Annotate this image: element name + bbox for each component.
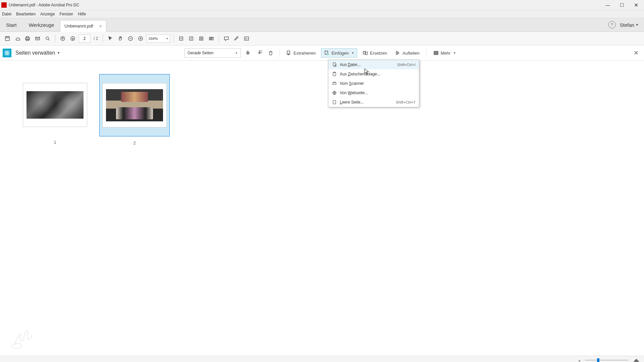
menu-fenster[interactable]: Fenster: [59, 12, 73, 16]
page-filter-select[interactable]: Gerade Seiten ▼: [184, 48, 241, 58]
insert-blank-page[interactable]: Leere Seite... Shift+Ctrl+T: [328, 98, 419, 107]
tab-tools[interactable]: Werkzeuge: [23, 18, 60, 32]
insert-from-clipboard[interactable]: Aus Zwischenablage...: [328, 69, 419, 79]
user-name: Stefan: [620, 22, 634, 28]
mode-title-dropdown[interactable]: Seiten verwalten ▼: [15, 50, 60, 56]
chevron-down-icon: ▼: [235, 52, 238, 55]
thumbnail-size-slider[interactable]: [585, 360, 629, 361]
menu-bar: Datei Bearbeiten Anzeige Fenster Hilfe: [0, 10, 644, 18]
zoom-in-icon[interactable]: [137, 35, 145, 43]
user-menu[interactable]: Stefan ▼: [620, 22, 639, 28]
svg-rect-4: [26, 39, 29, 41]
split-button[interactable]: Aufteilen: [392, 49, 422, 57]
menu-hilfe[interactable]: Hilfe: [78, 12, 86, 16]
dd-shortcut: Shift+Ctrl+T: [396, 100, 416, 104]
svg-rect-17: [7, 51, 9, 53]
separator: [103, 35, 103, 43]
dd-label: Von Webseite...: [340, 90, 413, 95]
tab-start[interactable]: Start: [0, 18, 23, 32]
organize-pages-toolbar: Seiten verwalten ▼ Gerade Seiten ▼ Extra…: [0, 46, 644, 61]
svg-rect-28: [434, 53, 438, 53]
page-thumbnail-1[interactable]: 1: [20, 74, 90, 145]
tab-document-label: Unbenannt.pdf: [64, 23, 93, 28]
svg-rect-16: [5, 51, 7, 53]
tab-bar: Start Werkzeuge Unbenannt.pdf × ? Stefan…: [0, 18, 644, 32]
signature-icon[interactable]: [243, 35, 251, 43]
rotate-right-icon[interactable]: [255, 49, 264, 57]
maximize-button[interactable]: ☐: [615, 1, 629, 9]
delete-icon[interactable]: [266, 49, 275, 57]
search-icon[interactable]: [44, 35, 52, 43]
slider-thumb[interactable]: [597, 358, 599, 362]
svg-rect-1: [6, 37, 8, 38]
prev-page-icon[interactable]: [59, 35, 67, 43]
mail-icon[interactable]: [34, 35, 42, 43]
dd-label: Leere Seite...: [340, 100, 393, 105]
svg-rect-19: [7, 53, 9, 55]
large-thumb-icon[interactable]: ◢◣: [633, 358, 639, 362]
split-label: Aufteilen: [402, 51, 420, 56]
insert-button[interactable]: Einfügen ▼: [321, 48, 357, 58]
page-thumbnail-2[interactable]: 2: [99, 74, 170, 145]
next-page-icon[interactable]: [69, 35, 77, 43]
menu-anzeige[interactable]: Anzeige: [40, 12, 55, 16]
separator: [426, 49, 427, 57]
svg-rect-35: [333, 101, 336, 104]
svg-rect-27: [434, 51, 438, 52]
pointer-icon[interactable]: [106, 35, 114, 43]
separator: [55, 35, 55, 43]
insert-from-scanner[interactable]: Vom Scanner: [328, 79, 419, 88]
svg-rect-33: [333, 83, 336, 84]
insert-from-file[interactable]: Aus Datei... Shift+Ctrl+I: [328, 60, 419, 69]
separator: [279, 49, 279, 57]
svg-rect-15: [245, 37, 249, 40]
menu-bearbeiten[interactable]: Bearbeiten: [16, 12, 36, 16]
window-title: Unbenannt.pdf - Adobe Acrobat Pro DC: [9, 3, 601, 7]
rotate-left-icon[interactable]: [244, 49, 252, 57]
svg-rect-0: [5, 37, 9, 41]
close-button[interactable]: ✕: [629, 1, 643, 9]
hand-icon[interactable]: [116, 35, 124, 43]
svg-rect-24: [365, 52, 367, 55]
thumb-image: [106, 89, 163, 121]
page-total-label: / 2: [94, 36, 98, 41]
extract-button[interactable]: Extrahieren: [283, 49, 318, 57]
chevron-down-icon: ▼: [453, 52, 456, 55]
highlight-icon[interactable]: [232, 35, 240, 43]
page-filter-label: Gerade Seiten: [187, 51, 213, 55]
chevron-down-icon: ▼: [352, 52, 354, 55]
more-button[interactable]: Mehr ▼: [431, 49, 459, 57]
globe-icon: [332, 90, 337, 96]
zoom-select[interactable]: 164% ▼: [147, 35, 170, 43]
page-number-input[interactable]: [79, 35, 90, 43]
save-icon[interactable]: [3, 35, 11, 43]
comment-icon[interactable]: [222, 35, 230, 43]
replace-button[interactable]: Ersetzen: [360, 49, 390, 57]
menu-datei[interactable]: Datei: [2, 12, 11, 16]
collapse-icon[interactable]: ▴: [579, 358, 580, 362]
tab-close-icon[interactable]: ×: [99, 23, 102, 29]
tab-document[interactable]: Unbenannt.pdf ×: [60, 20, 106, 32]
chevron-down-icon: ▼: [636, 23, 639, 26]
fit-page-icon[interactable]: [187, 35, 195, 43]
fit-visible-icon[interactable]: [197, 35, 205, 43]
cloud-icon[interactable]: [13, 35, 21, 43]
replace-label: Ersetzen: [370, 51, 387, 56]
page-number-label: 2: [133, 140, 136, 145]
read-mode-icon[interactable]: [207, 35, 215, 43]
zoom-out-icon[interactable]: [126, 35, 135, 43]
mode-title-label: Seiten verwalten: [15, 50, 55, 56]
print-icon[interactable]: [23, 35, 32, 43]
fit-width-icon[interactable]: [177, 35, 185, 43]
insert-dropdown: Aus Datei... Shift+Ctrl+I Aus Zwischenab…: [328, 60, 419, 107]
separator: [173, 35, 174, 43]
minimize-button[interactable]: —: [601, 1, 614, 9]
svg-point-26: [396, 53, 397, 55]
help-icon[interactable]: ?: [608, 21, 616, 28]
close-panel-button[interactable]: ✕: [631, 48, 641, 58]
insert-from-webpage[interactable]: Von Webseite...: [328, 88, 419, 98]
title-bar: Unbenannt.pdf - Adobe Acrobat Pro DC — ☐…: [0, 0, 644, 10]
svg-rect-18: [5, 53, 7, 55]
zoom-value: 164%: [148, 37, 158, 41]
chevron-down-icon: ▼: [57, 51, 60, 55]
